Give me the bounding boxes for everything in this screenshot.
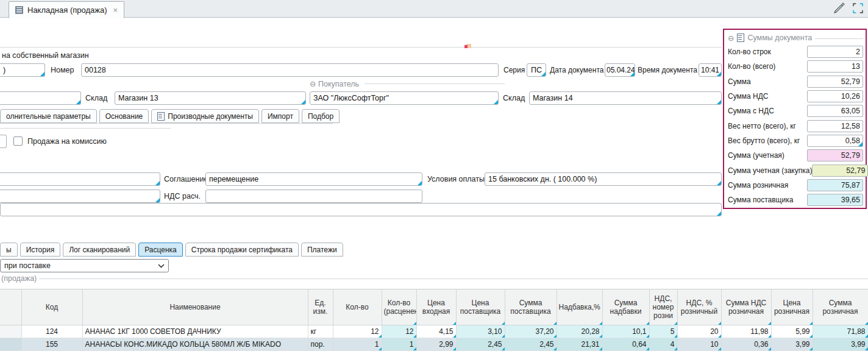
table-row[interactable]: 155АНАНАСЫ КОНС.МИКАДО КОЛЬЦА 580МЛ Ж/Б … (0, 338, 868, 351)
table-cell[interactable] (0, 325, 21, 338)
column-header[interactable]: Сумма поставщика (505, 289, 557, 325)
column-header[interactable]: НДС, номер розни (649, 289, 677, 325)
close-icon[interactable]: × (113, 5, 118, 15)
warehouse2-field[interactable]: Магазин 14 (529, 91, 722, 105)
column-header[interactable]: Ед. изм. (308, 289, 333, 325)
header-tab[interactable]: Производные документы (151, 109, 259, 123)
header-tab[interactable]: Основание (99, 109, 149, 123)
table-cell[interactable]: 37,20 (505, 325, 557, 338)
header-tab[interactable]: Импорт (261, 109, 299, 123)
table-cell[interactable]: 12 (333, 325, 382, 338)
totals-value-field[interactable]: 75,87 (807, 179, 863, 191)
table-cell[interactable]: 0,64 (602, 338, 649, 351)
totals-value-field[interactable]: 10,26 (807, 90, 863, 102)
totals-value-field[interactable]: 0,58 (807, 135, 863, 147)
table-cell[interactable]: 5,99 (771, 325, 813, 338)
column-header[interactable]: Цена входная (416, 289, 456, 325)
table-cell[interactable]: 155 (21, 338, 82, 351)
table-cell[interactable]: АНАНАСЫ КОНС.МИКАДО КОЛЬЦА 580МЛ Ж/Б MIK… (82, 338, 308, 351)
totals-value-field[interactable]: 52,79 (807, 76, 863, 88)
truncated-field[interactable] (0, 135, 7, 148)
table-cell[interactable]: 20 (677, 325, 721, 338)
table-cell[interactable]: 5 (649, 325, 677, 338)
pricing-mode-value: при поставке (4, 261, 51, 270)
table-cell[interactable]: 11,98 (721, 325, 771, 338)
table-cell[interactable]: АНАНАС 1КГ 1000 СОВЕТОВ ДАЧНИКУ (82, 325, 308, 338)
table-cell[interactable]: 3,99 (813, 338, 868, 351)
payment-terms-field[interactable]: 15 банковских дн. ( 100.000 %) (485, 172, 722, 186)
table-cell[interactable] (0, 338, 21, 351)
table-cell[interactable]: 4,15 (416, 325, 456, 338)
table-cell[interactable]: пор. (308, 338, 333, 351)
column-header[interactable]: Сумма НДС розничная (721, 289, 771, 325)
truncated-field[interactable] (0, 190, 160, 203)
header-tab[interactable]: олнительные параметры (0, 109, 97, 123)
column-header[interactable]: Сумма розничная (813, 289, 868, 325)
tab-bar: Накладная (продажа) × (0, 0, 868, 18)
table-cell[interactable]: 124 (21, 325, 82, 338)
table-cell[interactable]: 2,45 (456, 338, 505, 351)
table-cell[interactable]: 2,99 (416, 338, 456, 351)
truncated-field[interactable] (0, 172, 160, 186)
table-cell[interactable]: 4 (649, 338, 677, 351)
detail-tab[interactable]: ы (0, 243, 18, 257)
detail-tab[interactable]: Платежи (301, 243, 343, 257)
fullscreen-icon[interactable] (853, 3, 863, 13)
buyer-field[interactable]: ЗАО "ЛюксСофтТорг" (310, 91, 499, 105)
column-header[interactable]: Надбавка,% (557, 289, 602, 325)
table-cell[interactable]: 0,36 (721, 338, 771, 351)
totals-value-field[interactable]: 63,05 (807, 105, 863, 117)
truncated-field[interactable]: ) (0, 63, 45, 77)
totals-value-field[interactable]: 52,79 (812, 165, 868, 177)
comment-field[interactable] (0, 203, 722, 216)
totals-value-field[interactable]: 39,65 (807, 194, 863, 206)
totals-value-field[interactable]: 52,79 (807, 149, 863, 161)
column-header[interactable]: Сумма надбавки (602, 289, 649, 325)
column-header[interactable]: Цена поставщика (456, 289, 505, 325)
doc-date-field[interactable]: 05.04.24 (605, 63, 635, 77)
column-header[interactable]: Цена розничная (771, 289, 813, 325)
table-cell[interactable]: 10 (677, 338, 721, 351)
table-cell[interactable]: 3,99 (771, 338, 813, 351)
detail-tab[interactable]: История (20, 243, 61, 257)
warehouse2-label: Склад (503, 91, 525, 105)
document-tab[interactable]: Накладная (продажа) × (9, 1, 124, 18)
table-cell[interactable]: 2,45 (505, 338, 557, 351)
detail-tab[interactable]: Лог сканирований (63, 243, 136, 257)
agreement-field[interactable]: перемещение (205, 172, 422, 186)
column-header[interactable]: Код (21, 289, 82, 325)
totals-value-field[interactable]: 12,58 (807, 120, 863, 132)
table-cell[interactable]: 12 (382, 325, 416, 338)
number-field[interactable]: 00128 (81, 63, 499, 77)
table-cell[interactable]: кг (308, 325, 333, 338)
totals-value-field[interactable]: 13 (807, 60, 863, 73)
column-header[interactable]: Кол-во (расценено) (382, 289, 416, 325)
table-cell[interactable]: 20,28 (557, 325, 602, 338)
table-cell[interactable]: 10,1 (602, 325, 649, 338)
vat-calc-field[interactable] (205, 190, 422, 203)
header-tab[interactable]: Подбор (302, 109, 340, 123)
table-cell[interactable]: 71,88 (813, 325, 868, 338)
table-row[interactable]: 124АНАНАС 1КГ 1000 СОВЕТОВ ДАЧНИКУкг1212… (0, 325, 868, 338)
truncated-field[interactable] (0, 91, 81, 105)
table-cell[interactable]: 1 (382, 338, 416, 351)
table-cell[interactable]: 21,31 (557, 338, 602, 351)
series-field[interactable]: ПС (527, 63, 546, 77)
collapse-icon[interactable]: ⊖ (728, 34, 734, 43)
table-cell[interactable]: 1 (333, 338, 382, 351)
doc-time-field[interactable]: 10:41 (699, 63, 722, 77)
pricing-mode-dropdown[interactable]: при поставке (0, 259, 169, 272)
column-header[interactable]: НДС, % розничный (677, 289, 721, 325)
column-header[interactable] (0, 289, 21, 325)
totals-value-field[interactable]: 2 (807, 46, 863, 58)
column-header[interactable]: Кол-во (333, 289, 382, 325)
warehouse1-field[interactable]: Магазин 13 (115, 91, 306, 105)
table-cell[interactable]: 3,10 (456, 325, 505, 338)
totals-row-label: Сумма розничная (728, 181, 807, 190)
column-header[interactable]: Наименование (82, 289, 308, 325)
edit-pencil-icon[interactable] (833, 2, 845, 15)
detail-tab[interactable]: Расценка (138, 243, 183, 257)
commission-checkbox[interactable] (13, 136, 23, 146)
header-tab-label: Производные документы (168, 112, 253, 121)
detail-tab[interactable]: Строка продажи сертификата (185, 243, 299, 257)
